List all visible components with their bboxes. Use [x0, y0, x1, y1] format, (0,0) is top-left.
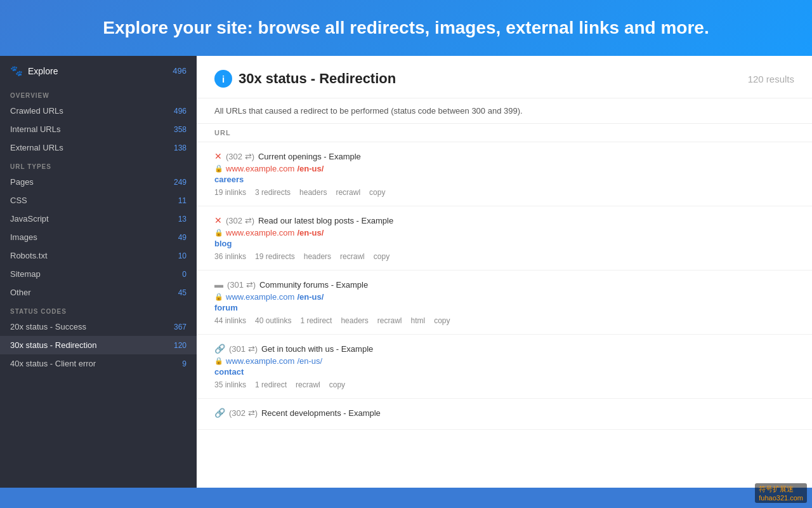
url-entry-3: ▬ (301 ⇄) Community forums - Example 🔒 w…	[197, 271, 812, 335]
other-count: 45	[178, 288, 187, 297]
status-code-1: (302 ⇄)	[226, 152, 254, 161]
40x-label: 40x status - Client error	[10, 359, 96, 368]
30x-label: 30x status - Redirection	[10, 340, 97, 350]
url-action-html-3[interactable]: html	[410, 316, 425, 325]
url-action-headers-1[interactable]: headers	[299, 188, 327, 197]
status-code-2: (302 ⇄)	[226, 216, 254, 225]
url-anchor-3: forum	[214, 303, 794, 312]
images-label: Images	[10, 232, 37, 242]
sidebar-item-crawled-urls[interactable]: Crawled URLs 496	[0, 102, 197, 120]
url-list-header: URL	[197, 124, 812, 142]
robots-label: Robots.txt	[10, 251, 48, 260]
sidebar-item-images[interactable]: Images 49	[0, 228, 197, 246]
url-entry-2: ✕ (302 ⇄) Read our latest blog posts - E…	[197, 206, 812, 271]
lock-icon-2: 🔒	[214, 229, 223, 237]
lock-icon-1: 🔒	[214, 164, 223, 173]
sidebar-item-robots[interactable]: Robots.txt 10	[0, 246, 197, 265]
url-stat-redirects-1: 3 redirects	[255, 188, 291, 197]
sidebar-item-pages[interactable]: Pages 249	[0, 173, 197, 191]
20x-count: 367	[174, 323, 187, 331]
robots-count: 10	[178, 251, 187, 260]
sidebar-item-internal-urls[interactable]: Internal URLs 358	[0, 120, 197, 138]
sidebar-item-sitemap[interactable]: Sitemap 0	[0, 265, 197, 283]
sidebar-item-30x[interactable]: 30x status - Redirection 120	[0, 336, 197, 354]
30x-count: 120	[174, 341, 187, 350]
lock-icon-3: 🔒	[214, 293, 223, 301]
url-path-1: /en-us/	[297, 164, 324, 173]
sidebar-explore[interactable]: 🐾 Explore 496	[0, 56, 197, 86]
url-action-recrawl-2[interactable]: recrawl	[340, 252, 365, 261]
url-stat-redirects-2: 19 redirects	[255, 252, 295, 261]
40x-count: 9	[182, 359, 187, 368]
url-path-4: /en-us/	[297, 356, 322, 366]
internal-urls-count: 358	[174, 125, 187, 134]
main-layout: 🐾 Explore 496 OVERVIEW Crawled URLs 496 …	[0, 56, 812, 488]
status-code-4: (301 ⇄)	[229, 344, 258, 354]
javascript-label: JavaScript	[10, 214, 49, 224]
url-action-recrawl-3[interactable]: recrawl	[377, 316, 402, 325]
url-action-copy-4[interactable]: copy	[329, 380, 345, 389]
url-action-copy-2[interactable]: copy	[374, 252, 390, 261]
url-anchor-1: careers	[214, 175, 794, 184]
sidebar-item-other[interactable]: Other 45	[0, 283, 197, 302]
url-stat-inlinks-2: 36 inlinks	[214, 252, 246, 261]
images-count: 49	[178, 233, 187, 242]
url-anchor-2: blog	[214, 239, 794, 248]
url-action-copy-3[interactable]: copy	[434, 316, 450, 325]
header-banner: Explore your site: browse all redirects,…	[0, 0, 812, 56]
explore-icon: 🐾	[10, 65, 23, 77]
url-entry-5: 🔗 (302 ⇄) Recent developments - Example	[197, 399, 812, 430]
lock-icon-4: 🔒	[214, 357, 223, 365]
url-stat-inlinks-1: 19 inlinks	[214, 188, 246, 197]
url-action-recrawl-4[interactable]: recrawl	[296, 380, 320, 389]
sidebar-item-external-urls[interactable]: External URLs 138	[0, 138, 197, 157]
crawled-urls-count: 496	[174, 107, 187, 116]
internal-urls-label: Internal URLs	[10, 124, 60, 134]
url-path-3: /en-us/	[297, 292, 324, 302]
header-title: Explore your site: browse all redirects,…	[25, 18, 787, 38]
sidebar: 🐾 Explore 496 OVERVIEW Crawled URLs 496 …	[0, 56, 197, 488]
url-base-2: www.example.com	[226, 228, 294, 237]
sidebar-item-javascript[interactable]: JavaScript 13	[0, 210, 197, 228]
status-icon-x-2: ✕	[214, 215, 222, 225]
css-count: 11	[178, 196, 187, 205]
info-icon: i	[214, 70, 232, 88]
url-entry-4: 🔗 (301 ⇄) Get in touch with us - Example…	[197, 335, 812, 399]
entry-title-4: Get in touch with us - Example	[261, 344, 373, 354]
url-base-3: www.example.com	[226, 292, 294, 302]
url-action-recrawl-1[interactable]: recrawl	[336, 188, 360, 197]
20x-label: 20x status - Success	[10, 322, 86, 331]
url-action-headers-2[interactable]: headers	[304, 252, 331, 261]
sidebar-item-40x[interactable]: 40x status - Client error 9	[0, 354, 197, 373]
url-action-headers-3[interactable]: headers	[341, 316, 368, 325]
external-urls-label: External URLs	[10, 143, 63, 152]
content-area: i 30x status - Redirection 120 results A…	[197, 56, 812, 488]
url-base-1: www.example.com	[226, 164, 294, 173]
url-stat-redirect-3: 1 redirect	[300, 316, 332, 325]
javascript-count: 13	[178, 215, 187, 224]
explore-label: Explore	[28, 66, 58, 76]
entry-title-3: Community forums - Example	[259, 280, 368, 290]
sitemap-count: 0	[182, 270, 187, 279]
other-label: Other	[10, 288, 31, 297]
url-action-copy-1[interactable]: copy	[369, 188, 385, 197]
watermark: 符号扩展迷fuhao321.com	[755, 483, 807, 488]
url-stat-redirect-4: 1 redirect	[255, 380, 287, 389]
sidebar-item-20x[interactable]: 20x status - Success 367	[0, 318, 197, 336]
status-code-3: (301 ⇄)	[227, 280, 256, 290]
entry-title-5: Recent developments - Example	[261, 408, 381, 418]
status-code-5: (302 ⇄)	[229, 408, 258, 418]
entry-title-2: Read our latest blog posts - Example	[258, 216, 393, 225]
sidebar-item-css[interactable]: CSS 11	[0, 191, 197, 210]
pages-count: 249	[174, 178, 187, 187]
content-title: 30x status - Redirection	[239, 70, 396, 87]
explore-count: 496	[173, 66, 187, 76]
section-label-url-types: URL TYPES	[0, 157, 197, 173]
url-stat-outlinks-3: 40 outlinks	[255, 316, 291, 325]
url-base-4: www.example.com	[226, 356, 294, 366]
url-entry-1: ✕ (302 ⇄) Current openings - Example 🔒 w…	[197, 142, 812, 206]
status-icon-doc-3: ▬	[214, 279, 223, 290]
sitemap-label: Sitemap	[10, 269, 41, 279]
css-label: CSS	[10, 196, 27, 205]
status-icon-x-1: ✕	[214, 151, 222, 161]
